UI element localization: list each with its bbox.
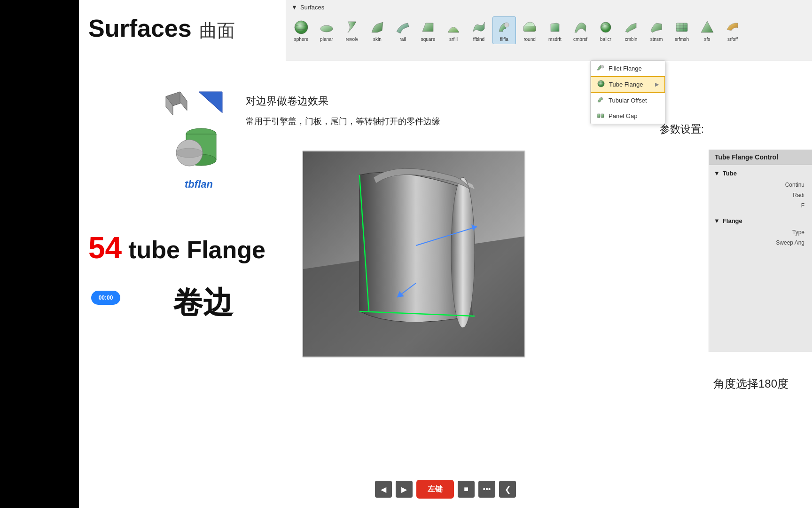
svg-point-6	[601, 22, 611, 32]
toolbar-item-stnsm[interactable]: stnsm	[645, 17, 668, 44]
ballcr-icon	[597, 19, 614, 36]
sweep-ang-label: Sweep Ang	[776, 239, 804, 246]
toolbar-item-filfla[interactable]: filfla	[492, 16, 516, 44]
cmbrsf-icon	[572, 19, 589, 36]
cmbln-icon	[623, 19, 640, 36]
rail-icon	[394, 19, 411, 36]
page-title-area: Surfaces 曲面	[88, 14, 235, 43]
toolbar-title: ▼ Surfaces	[286, 0, 812, 15]
page-title-zh: 曲面	[199, 19, 235, 43]
svg-rect-7	[676, 23, 687, 32]
svg-point-23	[451, 177, 475, 328]
play-button[interactable]: ▶	[396, 481, 413, 498]
toolbar-item-srfill[interactable]: srfill	[442, 17, 465, 44]
toolbar-collapse-arrow[interactable]: ▼	[291, 4, 297, 11]
flange-collapse-arrow[interactable]: ▼	[714, 217, 720, 224]
tube-flange-label: Tube Flange	[609, 81, 643, 88]
flange-section-label: Flange	[723, 217, 742, 224]
toolbar-item-ffblnd[interactable]: ffblnd	[467, 17, 491, 44]
dropdown-item-panel-gap[interactable]: Panel Gap	[591, 108, 665, 124]
toolbar-label-planar: planar	[320, 37, 333, 42]
timer-text: 00:00	[99, 294, 113, 301]
toolbar-item-ballcr[interactable]: ballcr	[594, 17, 617, 44]
key-label: 左键	[428, 484, 443, 494]
tube-section-label: Tube	[723, 170, 737, 177]
round-icon	[521, 19, 538, 36]
tbflan-label: tbflan	[185, 178, 213, 190]
toolbar-item-sfs[interactable]: sfs	[695, 17, 719, 44]
toolbar-item-sphere[interactable]: sphere	[289, 17, 313, 44]
page-title-en: Surfaces	[88, 14, 192, 42]
toolbar-item-skin[interactable]: skin	[366, 17, 389, 44]
collapse-button[interactable]: ❮	[499, 481, 516, 498]
svg-rect-34	[601, 114, 604, 118]
side-label: 参数设置:	[660, 122, 704, 136]
svg-point-2	[320, 25, 333, 32]
type-label: Type	[792, 229, 804, 236]
srfill-icon	[445, 19, 462, 36]
lesson-label: tube Flange	[128, 236, 265, 264]
toolbar-label-msdrft: msdrft	[548, 37, 562, 42]
toolbar-label-sfs: sfs	[704, 37, 710, 42]
svg-marker-15	[180, 92, 187, 111]
svg-marker-12	[701, 21, 713, 32]
svg-rect-5	[523, 26, 536, 32]
filfla-icon	[496, 19, 513, 36]
svg-marker-16	[199, 92, 222, 113]
tubular-offset-label: Tubular Offset	[609, 97, 647, 104]
content-line1: 对边界做卷边效果	[246, 94, 440, 108]
svg-point-0	[295, 21, 308, 34]
panel-title: Tube Flange Control	[709, 150, 812, 165]
svg-point-21	[176, 148, 203, 158]
dropdown-item-tube-flange[interactable]: Tube Flange ▶	[591, 76, 665, 93]
svg-marker-3	[422, 23, 433, 32]
msdrft-icon	[547, 19, 563, 36]
tube-flange-shortcut: ▶	[655, 81, 659, 87]
sfs-icon	[699, 19, 716, 36]
ffblnd-icon	[470, 19, 487, 36]
lesson-zh: 卷边	[173, 282, 233, 323]
revolv-icon	[344, 19, 360, 36]
svg-point-30	[601, 65, 604, 68]
toolbar-label-skin: skin	[373, 37, 382, 42]
toolbar-label-ffblnd: ffblnd	[473, 37, 484, 42]
f-label: F	[801, 202, 804, 209]
flange-section-header: ▼ Flange	[709, 214, 812, 227]
toolbar-label-srfill: srfill	[449, 37, 458, 42]
srfoff-icon	[724, 19, 741, 36]
toolbar-item-square[interactable]: square	[416, 17, 440, 44]
toolbar-label-cmbrsf: cmbrsf	[573, 37, 587, 42]
toolbar-item-cmbrsf[interactable]: cmbrsf	[569, 17, 592, 44]
toolbar-item-srfoff[interactable]: srfoff	[721, 17, 744, 44]
toolbar-item-revolv[interactable]: revolv	[340, 17, 364, 44]
stop-button[interactable]: ■	[458, 481, 475, 498]
tube-field-f: F	[709, 200, 812, 211]
toolbar-item-round[interactable]: round	[518, 17, 541, 44]
svg-point-4	[504, 23, 509, 27]
bottom-controls: ◀ ▶ 左键 ■ ••• ❮	[79, 480, 812, 499]
panel-gap-label: Panel Gap	[609, 112, 637, 119]
dropdown-item-fillet-flange[interactable]: Fillet Flange	[591, 61, 665, 76]
toolbar-label-srfmsh: srfmsh	[675, 37, 689, 42]
main-content: ▼ Surfaces sphere	[79, 0, 812, 508]
render-svg	[303, 151, 525, 357]
continu-label: Continu	[785, 182, 804, 188]
toolbar-item-planar[interactable]: planar	[315, 17, 338, 44]
toolbar-item-rail[interactable]: rail	[391, 17, 414, 44]
toolbar-label-square: square	[421, 37, 436, 42]
more-button[interactable]: •••	[478, 481, 495, 498]
key-button[interactable]: 左键	[416, 480, 454, 499]
toolbar-item-cmbln[interactable]: cmbln	[619, 17, 643, 44]
svg-rect-33	[597, 114, 600, 118]
tbflan-illustration	[161, 87, 236, 172]
toolbar-item-srfmsh[interactable]: srfmsh	[670, 17, 694, 44]
toolbar-item-msdrft[interactable]: msdrft	[543, 17, 567, 44]
srfmsh-icon	[673, 19, 690, 36]
toolbar-icons: sphere planar	[286, 15, 812, 46]
tube-collapse-arrow[interactable]: ▼	[714, 170, 720, 177]
tube-field-radi: Radi	[709, 190, 812, 200]
dropdown-menu: Fillet Flange Tube Flange ▶ Tubular	[590, 60, 665, 124]
prev-button[interactable]: ◀	[375, 481, 392, 498]
dropdown-item-tubular-offset[interactable]: Tubular Offset	[591, 93, 665, 108]
toolbar-label-ballcr: ballcr	[600, 37, 611, 42]
